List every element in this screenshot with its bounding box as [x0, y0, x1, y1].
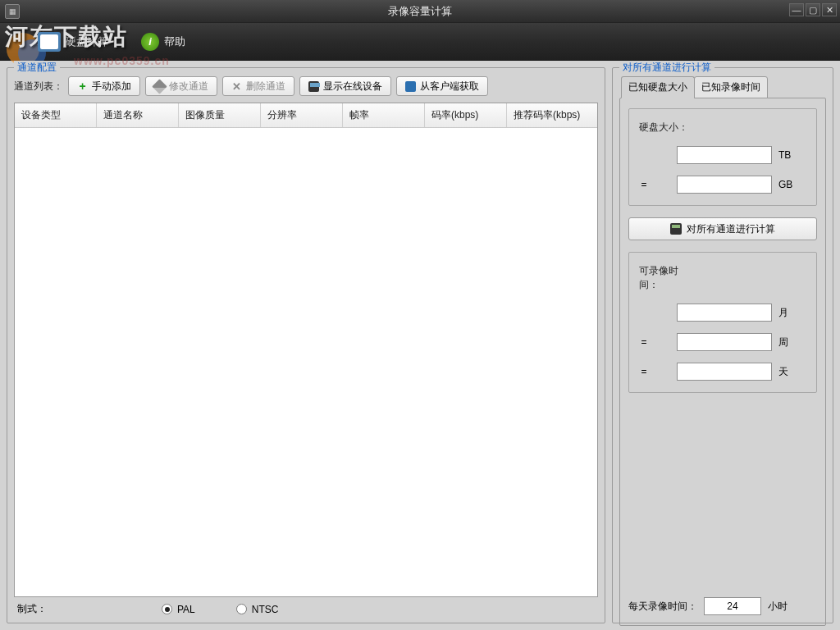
- calculate-all-label: 对所有通道进行计算: [687, 222, 775, 236]
- add-channel-button[interactable]: + 手动添加: [68, 76, 140, 96]
- menu-disk-label: 硬盘计算: [66, 34, 108, 49]
- menu-help[interactable]: i 帮助: [141, 33, 185, 51]
- window-title: 录像容量计算: [388, 4, 452, 19]
- disk-gb-input[interactable]: [677, 176, 772, 194]
- daily-unit: 小时: [768, 600, 788, 614]
- menu-disk-calc[interactable]: 硬盘计算: [38, 32, 108, 52]
- radio-pal-input[interactable]: [162, 604, 172, 614]
- daily-record-row: 每天录像时间： 小时: [628, 597, 817, 615]
- show-online-label: 显示在线设备: [323, 80, 382, 94]
- disk-size-box: 硬盘大小： TB = GB: [628, 108, 817, 206]
- col-bitrate[interactable]: 码率(kbps): [425, 103, 507, 127]
- disk-size-label: 硬盘大小：: [639, 121, 695, 135]
- spacer2: [639, 307, 649, 318]
- month-input[interactable]: [677, 304, 772, 322]
- daily-label: 每天录像时间：: [628, 600, 697, 614]
- unit-month: 月: [778, 306, 801, 320]
- x-icon: ✕: [231, 81, 242, 92]
- format-label: 制式：: [17, 602, 47, 616]
- unit-day: 天: [778, 365, 801, 379]
- unit-gb: GB: [778, 179, 801, 190]
- radio-pal[interactable]: PAL: [162, 604, 195, 615]
- edit-channel-button[interactable]: 修改通道: [145, 76, 217, 96]
- col-image-quality[interactable]: 图像质量: [179, 103, 261, 127]
- left-panel: 通道配置 通道列表： + 手动添加 修改通道 ✕ 删除通道 显示在线设备: [7, 67, 605, 623]
- client-icon: [405, 81, 416, 92]
- radio-ntsc-input[interactable]: [236, 604, 247, 614]
- radio-ntsc[interactable]: NTSC: [236, 604, 279, 615]
- channel-config-group: 通道配置 通道列表： + 手动添加 修改通道 ✕ 删除通道 显示在线设备: [7, 67, 605, 623]
- col-device-type[interactable]: 设备类型: [15, 103, 97, 127]
- tab-content: 硬盘大小： TB = GB: [619, 98, 826, 626]
- col-framerate[interactable]: 帧率: [343, 103, 425, 127]
- delete-channel-label: 删除通道: [246, 80, 285, 94]
- table-header: 设备类型 通道名称 图像质量 分辨率 帧率 码率(kbps) 推荐码率(kbps…: [15, 103, 597, 128]
- device-icon: [308, 81, 319, 92]
- col-resolution[interactable]: 分辨率: [261, 103, 343, 127]
- titlebar: ▦ 录像容量计算 — ▢ ✕: [0, 0, 840, 23]
- radio-pal-label: PAL: [177, 604, 195, 615]
- show-online-button[interactable]: 显示在线设备: [299, 76, 391, 96]
- format-row: 制式： PAL NTSC: [14, 597, 598, 616]
- pencil-icon: [152, 79, 167, 94]
- help-icon: i: [141, 33, 159, 51]
- minimize-button[interactable]: —: [789, 3, 804, 16]
- app-icon: ▦: [5, 4, 20, 19]
- unit-week: 周: [778, 336, 801, 349]
- radio-ntsc-label: NTSC: [252, 604, 279, 615]
- workspace: 通道配置 通道列表： + 手动添加 修改通道 ✕ 删除通道 显示在线设备: [0, 61, 840, 630]
- close-button[interactable]: ✕: [822, 3, 837, 16]
- from-client-button[interactable]: 从客户端获取: [396, 76, 488, 96]
- maximize-button[interactable]: ▢: [806, 3, 820, 16]
- disk-tb-input[interactable]: [677, 146, 772, 164]
- menu-help-label: 帮助: [164, 34, 185, 49]
- add-channel-label: 手动添加: [92, 80, 131, 94]
- day-input[interactable]: [677, 363, 772, 381]
- eq-1: =: [639, 179, 649, 190]
- menubar: 河东下载站 www.pc0359.cn 硬盘计算 i 帮助: [0, 23, 840, 61]
- col-rec-bitrate[interactable]: 推荐码率(kbps): [507, 103, 597, 127]
- daily-hours-input[interactable]: [704, 597, 761, 615]
- delete-channel-button[interactable]: ✕ 删除通道: [222, 76, 294, 96]
- from-client-label: 从客户端获取: [420, 80, 479, 94]
- calc-group: 对所有通道进行计算 已知硬盘大小 已知录像时间 硬盘大小： TB: [612, 67, 833, 623]
- disk-icon: [38, 32, 61, 52]
- edit-channel-label: 修改通道: [169, 80, 208, 94]
- unit-tb: TB: [778, 149, 801, 161]
- tabs: 已知硬盘大小 已知录像时间: [619, 76, 826, 98]
- week-input[interactable]: [677, 333, 772, 351]
- tab-known-time[interactable]: 已知录像时间: [694, 76, 768, 98]
- spacer: [639, 149, 649, 161]
- record-time-box: 可录像时间： 月 = 周 =: [628, 252, 817, 393]
- channel-list-label: 通道列表：: [14, 80, 63, 94]
- calculator-icon: [670, 223, 682, 235]
- eq-2: =: [639, 336, 649, 348]
- window-controls: — ▢ ✕: [789, 3, 837, 16]
- col-channel-name[interactable]: 通道名称: [97, 103, 179, 127]
- right-panel: 对所有通道进行计算 已知硬盘大小 已知录像时间 硬盘大小： TB: [612, 67, 833, 623]
- calculate-all-button[interactable]: 对所有通道进行计算: [628, 217, 817, 240]
- channel-config-title: 通道配置: [14, 61, 60, 75]
- channel-toolbar: 通道列表： + 手动添加 修改通道 ✕ 删除通道 显示在线设备: [14, 76, 598, 96]
- channel-table: 设备类型 通道名称 图像质量 分辨率 帧率 码率(kbps) 推荐码率(kbps…: [14, 103, 598, 597]
- calc-group-title: 对所有通道进行计算: [619, 61, 714, 75]
- tab-known-disk[interactable]: 已知硬盘大小: [621, 76, 695, 98]
- eq-3: =: [639, 366, 649, 377]
- record-time-label: 可录像时间：: [639, 264, 695, 292]
- plus-icon: +: [77, 81, 88, 92]
- format-radio-group: PAL NTSC: [162, 604, 278, 615]
